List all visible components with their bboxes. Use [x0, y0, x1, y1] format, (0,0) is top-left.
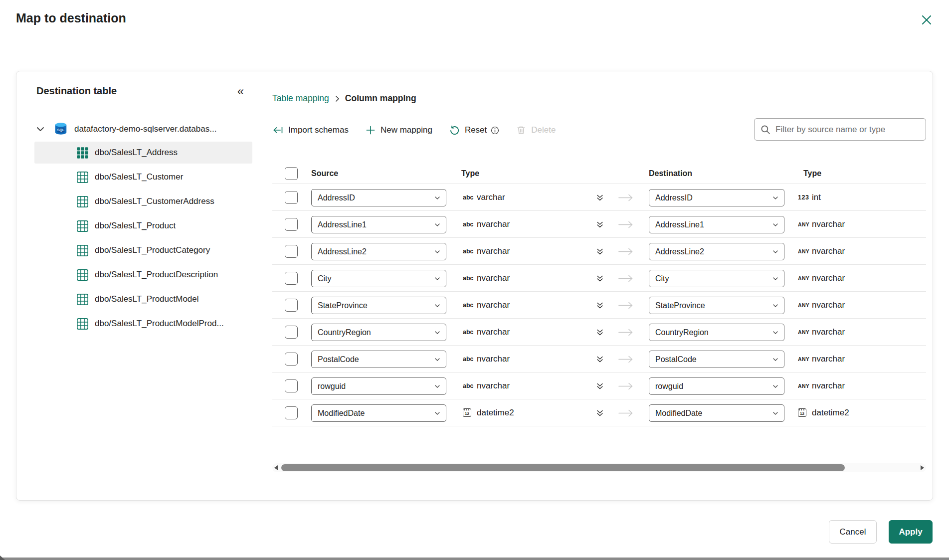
source-type-cell: abc nvarchar — [463, 211, 510, 237]
destination-type-header: Type — [803, 169, 821, 178]
row-checkbox[interactable] — [285, 191, 298, 204]
destination-column-select[interactable]: ModifiedDate — [649, 404, 784, 422]
source-type-icon: abc — [463, 329, 477, 336]
source-type-label: nvarchar — [477, 273, 510, 283]
table-icon — [76, 269, 89, 281]
source-type-cell: abc nvarchar — [463, 292, 510, 318]
chevron-down-icon — [434, 248, 441, 255]
collapse-panel-button[interactable]: « — [235, 86, 246, 96]
table-name-label: dbo/SalesLT_ProductModel — [95, 294, 199, 304]
chevron-down-icon — [772, 248, 779, 255]
source-type-cell: abc nvarchar — [463, 319, 510, 345]
double-chevron-down-icon[interactable] — [595, 220, 604, 229]
mapping-arrow-icon — [618, 409, 634, 417]
scrollbar-thumb[interactable] — [281, 464, 845, 471]
select-all-checkbox[interactable] — [285, 167, 298, 180]
content-card: Destination table « SQL — [16, 71, 933, 501]
chevron-down-icon — [772, 302, 779, 309]
new-mapping-button[interactable]: New mapping — [366, 125, 432, 135]
reset-button[interactable]: Reset — [449, 125, 487, 136]
source-column-select[interactable]: AddressLine1 — [311, 216, 446, 233]
sidebar-table-item[interactable]: dbo/SalesLT_ProductCategory — [34, 239, 252, 261]
scroll-left-icon[interactable] — [274, 465, 278, 470]
table-name-label: dbo/SalesLT_Product — [95, 221, 176, 231]
sidebar-table-item[interactable]: dbo/SalesLT_ProductModelProd... — [34, 313, 252, 335]
source-type-cell: abc nvarchar — [463, 265, 510, 291]
import-icon — [272, 126, 283, 135]
row-checkbox[interactable] — [285, 379, 298, 392]
destination-type-cell: ANY nvarchar — [798, 292, 845, 318]
scroll-right-icon[interactable] — [921, 465, 924, 470]
import-schemas-button[interactable]: Import schemas — [272, 125, 349, 135]
source-column-select[interactable]: rowguid — [311, 377, 446, 395]
info-icon[interactable] — [491, 126, 499, 135]
sidebar-table-item[interactable]: dbo/SalesLT_Customer — [34, 166, 252, 188]
source-column-select[interactable]: PostalCode — [311, 351, 446, 368]
sidebar-table-item[interactable]: dbo/SalesLT_Product — [34, 215, 252, 237]
row-checkbox[interactable] — [285, 272, 298, 285]
double-chevron-down-icon[interactable] — [595, 382, 604, 391]
sidebar-table-item[interactable]: dbo/SalesLT_Address — [34, 142, 252, 164]
destination-column-select[interactable]: AddressLine2 — [649, 243, 784, 260]
destination-column-select[interactable]: AddressLine1 — [649, 216, 784, 233]
double-chevron-down-icon[interactable] — [595, 193, 604, 202]
destination-type-icon: ANY — [798, 383, 812, 389]
import-schemas-label: Import schemas — [288, 125, 349, 135]
row-checkbox[interactable] — [285, 406, 298, 419]
row-checkbox[interactable] — [285, 218, 298, 231]
filter-input[interactable] — [775, 125, 920, 135]
close-button[interactable] — [917, 10, 937, 30]
table-icon — [76, 244, 89, 257]
destination-column-select[interactable]: PostalCode — [649, 351, 784, 368]
row-checkbox[interactable] — [285, 245, 298, 258]
destination-column-select[interactable]: CountryRegion — [649, 324, 784, 341]
sidebar-table-item[interactable]: dbo/SalesLT_CustomerAddress — [34, 190, 252, 212]
sidebar-table-item[interactable]: dbo/SalesLT_ProductDescription — [34, 264, 252, 286]
filter-search-box — [754, 118, 926, 141]
cancel-button[interactable]: Cancel — [829, 520, 877, 544]
sidebar-table-item[interactable]: dbo/SalesLT_ProductModel — [34, 288, 252, 310]
double-chevron-down-icon[interactable] — [595, 274, 604, 283]
source-type-cell: abc nvarchar — [463, 238, 510, 264]
source-type-header: Type — [461, 169, 479, 178]
source-column-select[interactable]: StateProvince — [311, 297, 446, 314]
reset-undo-icon — [449, 125, 460, 136]
double-chevron-down-icon[interactable] — [595, 355, 604, 364]
sidebar-title: Destination table — [36, 85, 117, 97]
double-chevron-down-icon[interactable] — [595, 301, 604, 310]
source-column-select[interactable]: City — [311, 270, 446, 287]
double-chevron-down-icon[interactable] — [595, 409, 604, 418]
destination-type-label: nvarchar — [812, 354, 845, 364]
source-type-label: nvarchar — [477, 327, 510, 337]
source-type-cell: abc varchar — [463, 184, 505, 210]
double-chevron-down-icon[interactable] — [595, 247, 604, 256]
destination-column-select[interactable]: rowguid — [649, 377, 784, 395]
destination-column-select[interactable]: AddressID — [649, 189, 784, 206]
destination-type-icon: ANY — [798, 221, 812, 227]
destination-column-select[interactable]: City — [649, 270, 784, 287]
mapping-row: City abc nvarchar City ANY nvarchar — [272, 265, 926, 292]
row-checkbox[interactable] — [285, 353, 298, 366]
apply-button[interactable]: Apply — [889, 520, 933, 544]
tree-server-node[interactable]: SQL datafactory-demo-sqlserver.databas..… — [34, 119, 252, 139]
destination-column-select[interactable]: StateProvince — [649, 297, 784, 314]
row-checkbox[interactable] — [285, 299, 298, 312]
source-column-select[interactable]: AddressID — [311, 189, 446, 206]
double-chevron-down-icon[interactable] — [595, 328, 604, 337]
delete-button[interactable]: Delete — [516, 125, 556, 135]
mapping-row: AddressLine2 abc nvarchar AddressLine2 A… — [272, 238, 926, 265]
source-column-select[interactable]: ModifiedDate — [311, 404, 446, 422]
destination-type-label: nvarchar — [812, 327, 845, 337]
source-type-label: datetime2 — [477, 408, 514, 418]
destination-type-icon: 12 — [798, 408, 806, 417]
mapping-arrow-icon — [618, 301, 634, 310]
chevron-down-icon[interactable] — [35, 124, 45, 134]
chevron-down-icon — [434, 410, 441, 417]
source-column-select[interactable]: AddressLine2 — [311, 243, 446, 260]
source-column-select[interactable]: CountryRegion — [311, 324, 446, 341]
destination-type-label: int — [812, 192, 821, 202]
row-checkbox[interactable] — [285, 326, 298, 339]
breadcrumb-table-mapping-link[interactable]: Table mapping — [272, 93, 329, 104]
horizontal-scrollbar[interactable] — [272, 463, 926, 472]
source-type-label: nvarchar — [477, 381, 510, 391]
